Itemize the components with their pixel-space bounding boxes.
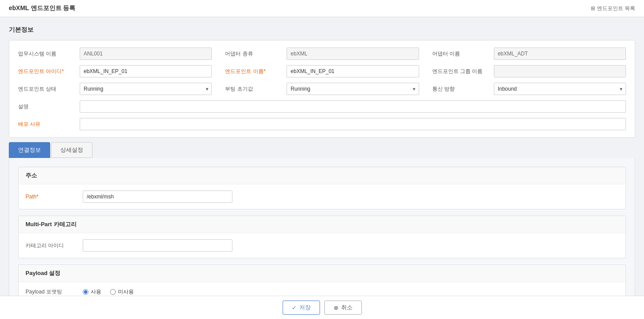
adapter-name-label: 어댑터 이름 xyxy=(432,50,494,58)
endpoint-name-group: 엔드포인트 이름* xyxy=(225,65,419,77)
system-name-input xyxy=(80,48,212,60)
form-row-2: 엔드포인트 아이디* 엔드포인트 이름* 엔드포인트 그룹 이름 xyxy=(18,65,626,77)
comm-direction-select[interactable]: Inbound Outbound xyxy=(494,83,626,95)
category-id-input[interactable] xyxy=(83,239,232,252)
endpoint-group-group: 엔드포인트 그룹 이름 xyxy=(432,65,626,77)
endpoint-list-link[interactable]: ⊞ 엔드포인트 목록 xyxy=(591,5,635,12)
category-id-label: 카테고리 아이디 xyxy=(26,242,83,249)
endpoint-group-label: 엔드포인트 그룹 이름 xyxy=(432,68,494,75)
tab-detail-settings[interactable]: 상세설정 xyxy=(51,142,92,158)
multipart-section-body: 카테고리 아이디 xyxy=(18,233,626,258)
address-section: 주소 Path* xyxy=(18,167,626,209)
endpoint-id-label: 엔드포인트 아이디* xyxy=(18,68,80,75)
path-row: Path* xyxy=(26,191,618,203)
endpoint-group-input xyxy=(494,65,626,77)
adapter-type-label: 어댑터 종류 xyxy=(225,50,287,58)
system-name-label: 업무시스템 이름 xyxy=(18,50,80,58)
adapter-name-group: 어댑터 이름 xyxy=(432,48,626,60)
form-row-5: 배포 사유 xyxy=(18,118,626,130)
payload-nouse-radio-label[interactable]: 미사용 xyxy=(110,288,134,296)
deploy-reason-label: 배포 사유 xyxy=(18,121,80,128)
save-icon: ✓ xyxy=(292,304,297,311)
tab-content-connection: 주소 Path* Multi-Part 카테고리 카테고리 아이디 Payloa… xyxy=(9,158,635,318)
adapter-name-input xyxy=(494,48,626,60)
tabs-bar: 연결정보 상세설정 xyxy=(9,142,635,158)
basic-info-section: 업무시스템 이름 어댑터 종류 어댑터 이름 엔드포인트 아이디* 엔드포인트 xyxy=(9,40,635,138)
path-input[interactable] xyxy=(83,191,232,203)
payload-use-radio-label[interactable]: 사용 xyxy=(83,288,101,296)
footer-bar: ✓ 저장 ⊗ 취소 xyxy=(0,296,644,319)
path-label: Path* xyxy=(26,194,83,200)
comm-direction-group: 통신 방향 Inbound Outbound ▼ xyxy=(432,83,626,95)
endpoint-status-select[interactable]: Running Stopped Paused xyxy=(80,83,212,95)
description-label: 설명 xyxy=(18,103,80,110)
comm-direction-label: 통신 방향 xyxy=(432,85,494,93)
endpoint-id-input[interactable] xyxy=(80,65,212,77)
tab-connection-info[interactable]: 연결정보 xyxy=(9,142,50,158)
cancel-button[interactable]: ⊗ 취소 xyxy=(324,301,362,315)
endpoint-name-label: 엔드포인트 이름* xyxy=(225,68,287,75)
adapter-type-group: 어댑터 종류 xyxy=(225,48,419,60)
content-area: 기본정보 업무시스템 이름 어댑터 종류 어댑터 이름 엔드포인트 아이디* xyxy=(0,17,644,319)
boot-initial-select-wrapper: Running Stopped ▼ xyxy=(287,83,419,95)
payload-format-row: Payload 포맷팅 사용 미사용 xyxy=(26,288,618,296)
payload-use-radio[interactable] xyxy=(83,289,88,295)
category-id-row: 카테고리 아이디 xyxy=(26,239,618,252)
boot-initial-label: 부팅 초기값 xyxy=(225,85,287,93)
endpoint-status-group: 엔드포인트 상태 Running Stopped Paused ▼ xyxy=(18,83,212,95)
endpoint-status-label: 엔드포인트 상태 xyxy=(18,85,80,93)
deploy-reason-input[interactable] xyxy=(80,118,626,130)
grid-icon: ⊞ xyxy=(591,5,595,11)
multipart-section: Multi-Part 카테고리 카테고리 아이디 xyxy=(18,216,626,258)
description-input[interactable] xyxy=(80,100,626,113)
boot-initial-group: 부팅 초기값 Running Stopped ▼ xyxy=(225,83,419,95)
form-row-4: 설명 xyxy=(18,100,626,113)
form-row-3: 엔드포인트 상태 Running Stopped Paused ▼ 부팅 초기값… xyxy=(18,83,626,95)
payload-format-radio-group: 사용 미사용 xyxy=(83,288,134,296)
basic-info-title: 기본정보 xyxy=(9,26,635,34)
cancel-icon: ⊗ xyxy=(334,304,339,311)
endpoint-name-input[interactable] xyxy=(287,65,419,77)
multipart-section-title: Multi-Part 카테고리 xyxy=(18,216,626,233)
endpoint-id-group: 엔드포인트 아이디* xyxy=(18,65,212,77)
boot-initial-select[interactable]: Running Stopped xyxy=(287,83,419,95)
address-section-body: Path* xyxy=(18,184,626,209)
system-name-group: 업무시스템 이름 xyxy=(18,48,212,60)
payload-use-label: 사용 xyxy=(91,288,101,296)
endpoint-status-select-wrapper: Running Stopped Paused ▼ xyxy=(80,83,212,95)
page-header: ebXML 엔드포인트 등록 ⊞ 엔드포인트 목록 xyxy=(0,0,644,17)
form-row-1: 업무시스템 이름 어댑터 종류 어댑터 이름 xyxy=(18,48,626,60)
payload-nouse-label: 미사용 xyxy=(118,288,134,296)
address-section-title: 주소 xyxy=(18,167,626,184)
save-button[interactable]: ✓ 저장 xyxy=(283,301,320,315)
page-title: ebXML 엔드포인트 등록 xyxy=(9,4,75,12)
payload-nouse-radio[interactable] xyxy=(110,289,116,295)
payload-format-label: Payload 포맷팅 xyxy=(26,288,83,296)
comm-direction-select-wrapper: Inbound Outbound ▼ xyxy=(494,83,626,95)
adapter-type-input xyxy=(287,48,419,60)
payload-section-title: Payload 설정 xyxy=(18,265,626,282)
